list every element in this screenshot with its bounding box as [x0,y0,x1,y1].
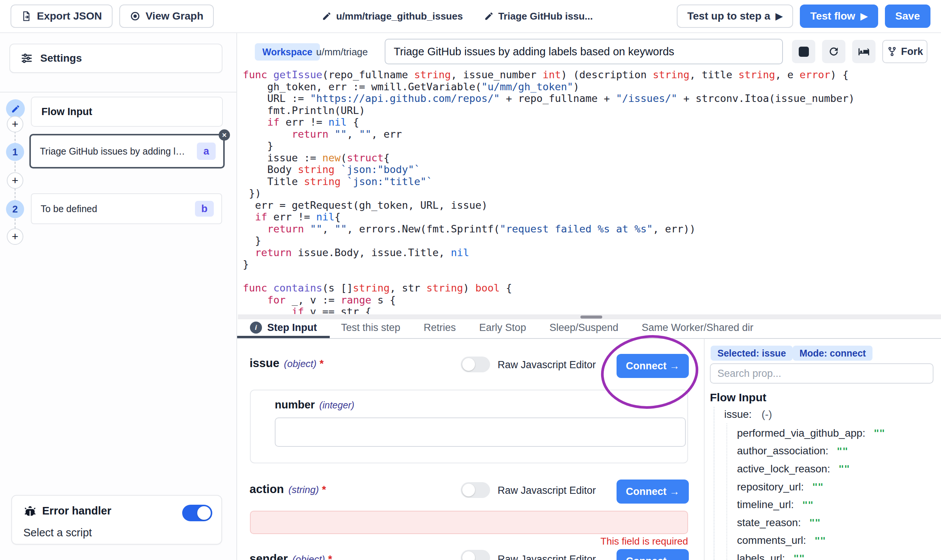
error-handler-card[interactable]: Error handler Select a script [11,495,222,545]
plus-icon: + [12,174,19,187]
action-raw-editor-label: Raw Javascript Editor [498,485,596,497]
sender-raw-editor-toggle[interactable] [461,550,490,560]
refresh-icon [828,46,840,57]
tree-root-key: issue: [724,408,752,420]
bug-icon [23,504,37,517]
remove-step-button[interactable]: ✕ [219,129,230,141]
action-field-label: action(string)* [250,483,326,496]
connect-label: Connect → [626,360,680,372]
file-export-icon [21,11,32,22]
step-1-number: 1 [6,143,24,161]
sleep-button[interactable] [852,40,876,63]
connect-label: Connect → [626,555,680,560]
flow-name-text: Triage GitHub issu... [498,11,593,22]
flow-path-edit[interactable]: u/mm/triage_github_issues [322,11,463,22]
prop-tree-item[interactable]: repository_url:"" [737,478,885,496]
flow-input-node[interactable]: Flow Input [31,97,223,127]
test-flow-label: Test flow [810,10,855,22]
tree-guide-line [727,423,727,560]
issue-connect-button[interactable]: Connect → [617,354,689,378]
prop-tree-item[interactable]: active_lock_reason:"" [737,460,885,478]
fork-button[interactable]: Fork [882,40,927,63]
tab-label: Retries [424,322,456,334]
issue-raw-editor-toggle[interactable] [461,357,490,372]
action-input-error[interactable] [250,511,688,534]
tab-sleep-suspend[interactable]: Sleep/Suspend [549,319,619,338]
save-label: Save [895,10,920,22]
step-tabs: i Step Input Test this step Retries Earl… [237,319,941,339]
fork-label: Fork [901,46,923,57]
search-prop-input[interactable] [710,363,933,384]
prop-tree-item[interactable]: author_association:"" [737,442,885,460]
flow-input-label: Flow Input [42,106,92,118]
stop-icon [799,47,809,57]
tab-retries[interactable]: Retries [424,319,456,338]
play-icon: ▶ [775,11,782,22]
error-handler-toggle[interactable] [182,505,212,521]
flow-name-edit[interactable]: Triage GitHub issu... [484,11,593,22]
issue-field-label: issue(object)* [250,357,324,370]
tab-label: Sleep/Suspend [549,322,619,334]
flow-input-node-icon[interactable] [6,99,25,118]
breadcrumb: u/mm/triage_github_issues Triage GitHub … [322,0,593,32]
sender-raw-editor-label: Raw Javascript Editor [498,554,596,560]
scrollbar-thumb[interactable] [580,315,602,318]
sender-field-label: sender(object)* [250,552,332,560]
plus-icon: + [12,118,19,131]
prop-tree-item[interactable]: labels_url:"" [737,549,885,560]
prop-tree-item[interactable]: state_reason:"" [737,514,885,532]
error-handler-subtitle: Select a script [23,526,92,539]
plus-icon: + [12,230,19,243]
tree-root-value: (-) [762,408,772,420]
tab-same-worker[interactable]: Same Worker/Shared dir [642,319,754,338]
close-icon: ✕ [222,132,227,139]
test-up-to-step-label: Test up to step a [687,10,770,22]
tab-test-this-step[interactable]: Test this step [341,319,401,338]
add-step-button[interactable]: + [7,172,23,189]
step-2-card[interactable]: To be defined b [31,193,222,224]
tab-step-input[interactable]: i Step Input [237,319,330,338]
step-1-id-badge: a [197,143,216,160]
divider [0,92,237,92]
action-connect-button[interactable]: Connect → [617,480,689,504]
step-1-card[interactable]: ✕ Triage GitHub issues by adding labels … [29,134,225,168]
circled-dot-icon [130,11,140,22]
export-json-button[interactable]: Export JSON [11,5,113,28]
tab-label: Same Worker/Shared dir [642,322,754,334]
error-handler-title: Error handler [42,505,111,517]
tab-early-stop[interactable]: Early Stop [479,319,526,338]
prop-tree-item[interactable]: performed_via_github_app:"" [737,424,885,442]
flow-path-text: u/mm/triage_github_issues [336,11,463,22]
number-input[interactable] [275,417,686,447]
settings-button[interactable]: Settings [9,44,222,73]
prop-tree-children: performed_via_github_app:""author_associ… [737,424,885,560]
step-2-label: To be defined [41,203,97,214]
prop-tree-item[interactable]: timeline_url:"" [737,496,885,514]
prop-tree-item[interactable]: comments_url:"" [737,532,885,550]
tab-label: Test this step [341,322,401,334]
selected-prop-badge: Selected: issue [711,346,793,361]
code-area[interactable]: func getIssue(repo_fullname string, issu… [243,69,939,314]
add-step-button[interactable]: + [7,116,23,132]
pencil-icon [322,11,332,21]
settings-label: Settings [40,52,82,64]
add-step-button[interactable]: + [7,228,23,245]
flow-editor-app: Export JSON View Graph u/mm/triage_githu… [0,0,941,560]
test-up-to-step-button[interactable]: Test up to step a ▶ [677,5,793,28]
step-2-number: 2 [6,200,24,218]
test-flow-button[interactable]: Test flow ▶ [800,5,878,28]
prop-tree-root[interactable]: issue:(-) [724,408,772,420]
stop-button[interactable] [792,40,815,63]
sliders-icon [21,52,33,64]
info-icon: i [250,322,262,334]
code-horizontal-scrollbar[interactable] [238,314,941,319]
view-graph-button[interactable]: View Graph [119,5,214,28]
flow-summary-input[interactable] [385,39,783,64]
number-field-label: number(integer) [275,398,354,411]
action-raw-editor-toggle[interactable] [461,482,490,498]
save-button[interactable]: Save [885,5,930,28]
sender-connect-button[interactable]: Connect → [617,549,689,560]
tree-guide-line [714,407,714,560]
refresh-button[interactable] [822,40,845,63]
view-graph-label: View Graph [146,10,204,22]
